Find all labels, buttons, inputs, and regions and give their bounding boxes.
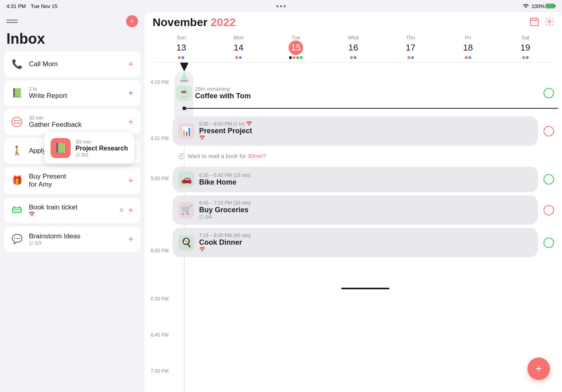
item-subtitle: 2 hr [29, 86, 67, 92]
event-title: Present Project [199, 127, 252, 135]
svg-point-3 [12, 117, 22, 127]
event-coffee-with-tom[interactable]: ☕ 28m remaining Coffee with Tom [173, 83, 558, 104]
calendar-days-row: Sun 13 Mon 14 Tue [153, 33, 554, 61]
list-item[interactable]: 🎁 Buy Presentfor Amy + [4, 167, 140, 194]
event-present-project[interactable]: 📊 5:00 – 6:00 PM (1 hr) 📅 Present Projec… [173, 116, 558, 146]
book-icon: 📗 [10, 86, 24, 100]
calendar-body[interactable]: 4:15 PM 4:31 PM 5:00 PM 6:00 PM 6:30 PM … [145, 63, 562, 392]
day-col-mon[interactable]: Mon 14 [210, 33, 267, 61]
add-inbox-item-button[interactable]: + [126, 15, 138, 27]
event-time-range: 6:45 – 7:15 PM (30 min) [199, 200, 251, 206]
event-time-range: 6:30 – 6:45 PM (15 min) [199, 173, 251, 178]
inbox-title: Inbox [0, 29, 145, 51]
day-col-tue-today[interactable]: Tue 15 [267, 33, 325, 61]
event-title: Coffee with Tom [195, 92, 544, 100]
svg-rect-11 [14, 206, 15, 209]
tooltip-subtitle: 30 min [75, 139, 128, 145]
event-cook-dinner[interactable]: 🍳 7:15 – 8:00 PM (45 min) Cook Dinner 📅 [173, 228, 558, 257]
item-title: Gather Feedback [29, 121, 81, 129]
event-title: Cook Dinner [199, 238, 251, 247]
event-title: Buy Groceries [199, 206, 251, 214]
list-item[interactable]: 30 min Gather Feedback + [4, 109, 140, 135]
tooltip-icon: 📗 [51, 138, 71, 158]
suggestion-row: 🕐 Want to read a book for 30min? [173, 149, 558, 163]
item-meta: 📅 [29, 211, 77, 217]
event-time-range: 5:00 – 6:00 PM (1 hr) [199, 121, 244, 127]
event-bike-home[interactable]: 🚗 6:30 – 6:45 PM (15 min) Bike Home [173, 167, 558, 192]
event-checkbox-green[interactable] [544, 174, 554, 185]
list-item[interactable]: 💬 Brainstorm Ideas ☑ 0/3 + [4, 226, 140, 252]
item-title: Brainstorm Ideas [29, 232, 81, 240]
gather-icon [10, 115, 24, 129]
fab-button[interactable]: + [527, 357, 550, 380]
svg-rect-2 [546, 4, 554, 8]
events-column: ☕ 28m remaining Coffee with Tom [173, 63, 562, 392]
list-item[interactable]: Book train ticket 📅 ≡ + [4, 197, 140, 223]
gift-icon: 🎁 [10, 173, 24, 188]
battery-icon: 100% [531, 3, 556, 9]
tooltip-meta: ☑ 0/2 [75, 152, 128, 158]
list-icon: ≡ [120, 207, 123, 214]
calendar-grid-icon[interactable] [530, 17, 539, 28]
ticket-icon [10, 203, 24, 217]
list-item[interactable]: 📗 2 hr Write Report + [4, 80, 140, 106]
walk-icon: 🚶 [10, 144, 24, 158]
event-checkbox-red[interactable] [544, 126, 554, 136]
calendar-header: Sun November 2022 Sun 13 [145, 12, 562, 63]
status-bar: 4:31 PM Tue Nov 15 100% [0, 0, 562, 12]
day-col-wed[interactable]: Wed 16 [325, 33, 382, 61]
wifi-icon [523, 3, 529, 9]
svg-rect-13 [530, 18, 538, 26]
settings-icon[interactable] [545, 17, 554, 28]
svg-point-17 [548, 20, 551, 23]
add-button[interactable]: + [126, 88, 135, 98]
day-col-thu[interactable]: Thu 17 [382, 33, 439, 61]
time-labels: 4:15 PM 4:31 PM 5:00 PM 6:00 PM 6:30 PM … [145, 63, 173, 392]
svg-rect-12 [19, 206, 20, 209]
inbox-panel: + Inbox 📞 Call Mom + 📗 2 h [0, 12, 145, 392]
add-button[interactable]: + [126, 59, 135, 69]
add-button[interactable]: + [126, 117, 135, 127]
event-meta: 📅 [199, 247, 251, 252]
day-col-sun[interactable]: Sun 13 [153, 33, 210, 61]
svg-point-5 [14, 122, 16, 124]
status-date: Tue Nov 15 [31, 3, 57, 9]
add-button[interactable]: + [126, 234, 135, 244]
svg-rect-18 [180, 63, 188, 63]
call-icon: 📞 [10, 57, 24, 71]
event-checkbox-green[interactable] [544, 238, 554, 248]
project-research-tooltip[interactable]: 📗 30 min Project Research ☑ 0/2 [44, 132, 134, 164]
time-slot-415 [173, 63, 558, 83]
time-slot-800 [173, 260, 558, 284]
calendar-title: Sun November 2022 [153, 16, 236, 29]
status-time: 4:31 PM [6, 3, 26, 9]
svg-point-4 [14, 120, 16, 122]
add-button[interactable]: + [126, 175, 135, 186]
calendar-panel: Sun November 2022 Sun 13 [145, 12, 562, 392]
sidebar-toggle-button[interactable] [6, 17, 18, 25]
item-title: Book train ticket [29, 203, 77, 211]
list-item[interactable]: 📞 Call Mom + [4, 51, 140, 77]
scroll-indicator [173, 284, 558, 292]
event-meta: ☑0/4 [199, 214, 251, 220]
tooltip-title: Project Research [75, 145, 128, 152]
item-meta: ☑ 0/3 [29, 240, 81, 246]
event-checkbox-red[interactable] [544, 205, 554, 215]
item-title: Buy Presentfor Amy [29, 173, 66, 189]
day-col-sat[interactable]: Sat 19 [497, 33, 554, 61]
current-time-indicator [173, 107, 558, 110]
add-button[interactable]: + [126, 205, 135, 215]
inbox-list: 📞 Call Mom + 📗 2 hr Write Report + [0, 51, 145, 392]
chat-icon: 💬 [10, 232, 24, 246]
event-title: Bike Home [199, 178, 251, 187]
svg-rect-1 [555, 5, 556, 7]
item-title: Call Mom [29, 60, 58, 68]
svg-rect-8 [12, 208, 21, 213]
event-checkbox-green[interactable] [544, 88, 554, 98]
day-col-fri[interactable]: Fri 18 [439, 33, 497, 61]
event-time-range: 7:15 – 8:00 PM (45 min) [199, 233, 251, 238]
event-time-remaining: 28m remaining [195, 86, 544, 92]
item-title: Write Report [29, 92, 67, 100]
calendar-mini-icon: 📅 [246, 121, 252, 127]
event-buy-groceries[interactable]: 🛒 6:45 – 7:15 PM (30 min) Buy Groceries … [173, 195, 558, 225]
